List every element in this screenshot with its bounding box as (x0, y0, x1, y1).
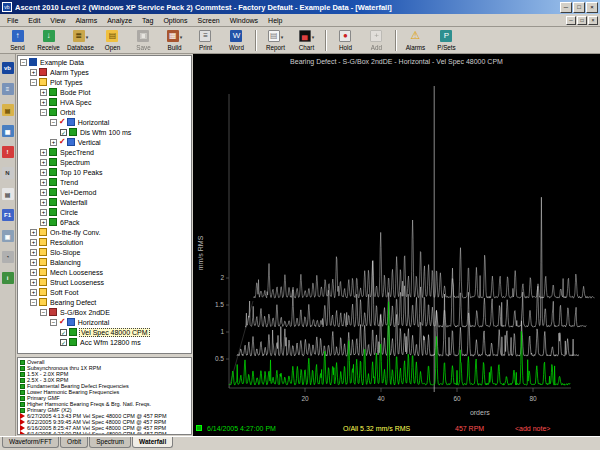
add-note-link[interactable]: <add note> (515, 425, 550, 432)
recording-item[interactable]: 6/14/2005 4:27:00 PM Vel Spec 48000 CPM … (18, 431, 191, 435)
tree-item-trend[interactable]: +Trend (18, 177, 191, 187)
tree-item-6pack[interactable]: +6Pack (18, 217, 191, 227)
tree-item-slo-slope[interactable]: +Slo-Slope (18, 247, 191, 257)
expand-icon[interactable]: + (30, 249, 37, 256)
tree-item-on-the-fly-conv[interactable]: +On-the-fly Conv. (18, 227, 191, 237)
folder-icon[interactable]: ▤ (2, 104, 14, 116)
menu-options[interactable]: Options (158, 16, 192, 25)
menu-edit[interactable]: Edit (23, 16, 45, 25)
tree-item-top-10-peaks[interactable]: +Top 10 Peaks (18, 167, 191, 177)
close-button[interactable]: × (586, 2, 598, 13)
checkbox[interactable]: ✓ (60, 329, 67, 336)
tree-item-waterfall[interactable]: +Waterfall (18, 197, 191, 207)
toolbar-button-send[interactable]: ↑Send (2, 28, 33, 53)
expand-icon[interactable]: + (40, 219, 47, 226)
tree-item-hva-spec[interactable]: +HVA Spec (18, 97, 191, 107)
tab-orbit[interactable]: Orbit (60, 437, 88, 448)
chart-icon[interactable]: ▦ (2, 125, 14, 137)
toolbar-button-word[interactable]: WWord (221, 28, 252, 53)
toolbar-button-database[interactable]: ≣▾Database (64, 28, 97, 53)
collapse-icon[interactable]: − (40, 309, 47, 316)
menu-alarms[interactable]: Alarms (70, 16, 102, 25)
expand-icon[interactable]: + (30, 279, 37, 286)
expand-icon[interactable]: + (30, 259, 37, 266)
tree-item-bode-plot[interactable]: +Bode Plot (18, 87, 191, 97)
dropdown-arrow-icon[interactable]: ▾ (281, 34, 284, 40)
tab-waterfall[interactable]: Waterfall (132, 437, 173, 448)
expand-icon[interactable]: + (40, 189, 47, 196)
minimize-button[interactable]: ─ (560, 2, 572, 13)
tree-item-acc-wfm-12800-ms[interactable]: ✓Acc Wfm 12800 ms (18, 337, 191, 347)
menu-view[interactable]: View (45, 16, 70, 25)
f1-help-icon[interactable]: F1 (2, 209, 14, 221)
expand-icon[interactable]: + (40, 199, 47, 206)
toolbar-button-receive[interactable]: ↓Receive (33, 28, 64, 53)
alarm-icon[interactable]: ! (2, 146, 14, 158)
tree-item-plot-types[interactable]: −Plot Types (18, 77, 191, 87)
mdi-close-button[interactable]: × (588, 16, 598, 25)
toolbar-button-alarms[interactable]: ⚠Alarms (400, 28, 431, 53)
dropdown-arrow-icon[interactable]: ▾ (86, 34, 89, 40)
tree-item-orbit[interactable]: −Orbit (18, 107, 191, 117)
checkbox[interactable]: ✓ (60, 339, 67, 346)
tree-item-dis-wfm-100-ms[interactable]: ✓Dis Wfm 100 ms (18, 127, 191, 137)
toolbar-button-p-sets[interactable]: PP/Sets (431, 28, 462, 53)
expand-icon[interactable]: + (30, 239, 37, 246)
tree-item-vertical[interactable]: +✓Vertical (18, 137, 191, 147)
toolbar-button-open[interactable]: ▤Open (97, 28, 128, 53)
maximize-button[interactable]: □ (573, 2, 585, 13)
tree-item-spectrend[interactable]: +SpecTrend (18, 147, 191, 157)
vb-logo-icon[interactable]: vb (2, 62, 14, 74)
report-icon[interactable]: ▤ (2, 188, 14, 200)
expand-icon[interactable]: + (30, 69, 37, 76)
expand-icon[interactable]: + (40, 209, 47, 216)
collapse-icon[interactable]: − (50, 319, 57, 326)
waterfall-plot[interactable]: 0.511.5220406080ordersmm/s RMS (193, 68, 600, 423)
toolbar-button-chart[interactable]: ▄▾Chart (291, 28, 322, 53)
expand-icon[interactable]: + (30, 269, 37, 276)
collapse-icon[interactable]: − (30, 299, 37, 306)
tree-item-example-data[interactable]: −Example Data (18, 57, 191, 67)
expand-icon[interactable]: + (30, 289, 37, 296)
tree-item-mech-looseness[interactable]: +Mech Looseness (18, 267, 191, 277)
tree-item-s-g-box-2ndde[interactable]: −S-G/Box 2ndDE (18, 307, 191, 317)
tab-waveform-fft[interactable]: Waveform/FFT (2, 437, 59, 448)
dropdown-arrow-icon[interactable]: ▾ (180, 34, 183, 40)
menu-screen[interactable]: Screen (193, 16, 225, 25)
menu-windows[interactable]: Windows (225, 16, 263, 25)
tree-item-vel-spec-48000-cpm[interactable]: ✓Vel Spec 48000 CPM (18, 327, 191, 337)
dropdown-arrow-icon[interactable]: ▾ (312, 34, 315, 40)
expand-icon[interactable]: + (40, 159, 47, 166)
info-icon[interactable]: i (2, 272, 14, 284)
toolbar-button-build[interactable]: ▦▾Build (159, 28, 190, 53)
tree-item-balancing[interactable]: +Balancing (18, 257, 191, 267)
tree-item-soft-foot[interactable]: +Soft Foot (18, 287, 191, 297)
collapse-icon[interactable]: − (40, 109, 47, 116)
tree-item-vel-demod[interactable]: +Vel+Demod (18, 187, 191, 197)
tree-item-alarm-types[interactable]: +Alarm Types (18, 67, 191, 77)
tree-item-horizontal[interactable]: −✓Horizontal (18, 117, 191, 127)
collapse-icon[interactable]: − (20, 59, 27, 66)
collapse-icon[interactable]: − (30, 79, 37, 86)
tree-item-circle[interactable]: +Circle (18, 207, 191, 217)
expand-icon[interactable]: + (40, 169, 47, 176)
expand-icon[interactable]: + (40, 179, 47, 186)
mdi-restore-button[interactable]: □ (577, 16, 587, 25)
toolbar-button-hold[interactable]: ●Hold (330, 28, 361, 53)
checkbox[interactable]: ✓ (60, 129, 67, 136)
expand-icon[interactable]: + (40, 99, 47, 106)
menu-tag[interactable]: Tag (137, 16, 158, 25)
tree-item-resolution[interactable]: +Resolution (18, 237, 191, 247)
tree-item-spectrum[interactable]: +Spectrum (18, 157, 191, 167)
menu-analyze[interactable]: Analyze (102, 16, 137, 25)
tree-item-horizontal[interactable]: −✓Horizontal (18, 317, 191, 327)
toolbar-button-print[interactable]: ≡Print (190, 28, 221, 53)
tree-item-bearing-defect[interactable]: −Bearing Defect (18, 297, 191, 307)
expand-icon[interactable]: + (40, 149, 47, 156)
gauge-icon[interactable]: ◔ (2, 251, 14, 263)
expand-icon[interactable]: + (30, 229, 37, 236)
menu-help[interactable]: Help (263, 16, 287, 25)
mdi-minimize-button[interactable]: ─ (566, 16, 576, 25)
menu-file[interactable]: File (2, 16, 23, 25)
hierarchy-icon[interactable]: ≡ (2, 83, 14, 95)
